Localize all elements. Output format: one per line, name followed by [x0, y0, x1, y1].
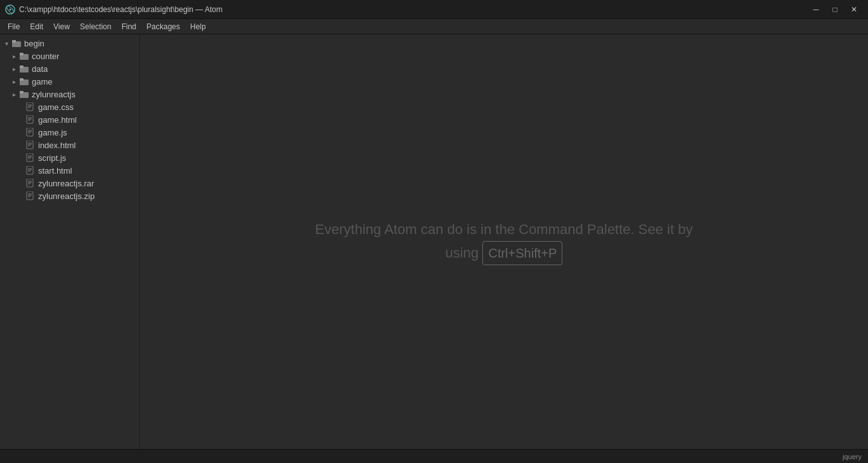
folder-icon: [11, 38, 22, 48]
title-bar: C:\xampp\htdocs\testcodes\reactjs\plural…: [0, 0, 868, 19]
sidebar-item-game-css[interactable]: game.css: [0, 100, 139, 113]
file-icon: [25, 102, 36, 112]
title-text: C:\xampp\htdocs\testcodes\reactjs\plural…: [19, 5, 222, 14]
root-folder-label: begin: [24, 39, 44, 48]
folder-label-game: game: [32, 77, 53, 86]
close-button[interactable]: ✕: [845, 3, 863, 17]
sidebar: ▾ begin ▸ counter ▸: [0, 34, 140, 449]
sidebar-item-game-html[interactable]: game.html: [0, 113, 139, 126]
menu-item-help[interactable]: Help: [185, 21, 211, 32]
sidebar-item-zylunreactjs-zip[interactable]: zylunreactjs.zip: [0, 190, 139, 202]
file-label-game-css: game.css: [38, 102, 74, 112]
sidebar-item-script-js[interactable]: script.js: [0, 151, 139, 164]
welcome-line2: using: [445, 245, 479, 261]
window-controls: ─ □ ✕: [807, 3, 863, 17]
file-icon: [25, 140, 36, 150]
sidebar-item-game[interactable]: ▸ game: [0, 75, 139, 88]
chevron-right-icon: ▸: [10, 65, 18, 73]
folder-icon: [19, 51, 29, 61]
chevron-right-icon: ▸: [10, 52, 18, 60]
file-icon: [25, 178, 36, 188]
chevron-down-icon: ▾: [3, 39, 10, 47]
welcome-line1: Everything Atom can do is in the Command…: [315, 221, 693, 237]
file-label-game-js: game.js: [38, 128, 67, 137]
menu-bar: FileEditViewSelectionFindPackagesHelp: [0, 19, 868, 34]
sidebar-item-index-html[interactable]: index.html: [0, 139, 139, 151]
svg-rect-8: [20, 66, 24, 68]
folder-icon: [19, 64, 29, 74]
sidebar-item-begin[interactable]: ▾ begin: [0, 37, 139, 50]
sidebar-item-game-js[interactable]: game.js: [0, 126, 139, 139]
sidebar-item-zylunreactjs[interactable]: ▸ zylunreactjs: [0, 88, 139, 100]
folder-label-data: data: [32, 64, 48, 74]
menu-item-edit[interactable]: Edit: [25, 21, 48, 32]
menu-item-find[interactable]: Find: [116, 21, 141, 32]
file-icon: [25, 165, 36, 176]
file-label-zylunreactjs-rar: zylunreactjs.rar: [38, 179, 94, 188]
file-label-start-html: start.html: [38, 166, 72, 176]
menu-item-packages[interactable]: Packages: [142, 21, 186, 32]
maximize-button[interactable]: □: [826, 3, 844, 17]
editor-area: Everything Atom can do is in the Command…: [140, 34, 868, 449]
folder-label-zylunreactjs: zylunreactjs: [32, 90, 76, 99]
file-icon: [25, 127, 36, 137]
file-label-index-html: index.html: [38, 141, 76, 150]
svg-rect-10: [20, 78, 24, 81]
title-bar-left: C:\xampp\htdocs\testcodes\reactjs\plural…: [5, 4, 222, 15]
main-layout: ▾ begin ▸ counter ▸: [0, 34, 868, 449]
chevron-right-icon: ▸: [10, 90, 18, 98]
keyboard-shortcut: Ctrl+Shift+P: [482, 241, 562, 265]
menu-item-file[interactable]: File: [3, 21, 25, 32]
atom-icon: [5, 4, 15, 15]
svg-rect-6: [20, 53, 24, 55]
file-label-zylunreactjs-zip: zylunreactjs.zip: [38, 191, 95, 201]
sidebar-item-data[interactable]: ▸ data: [0, 62, 139, 75]
sidebar-item-counter[interactable]: ▸ counter: [0, 50, 139, 62]
status-bar: jquery: [0, 449, 868, 463]
svg-rect-12: [20, 91, 24, 93]
file-icon: [25, 191, 36, 201]
minimize-button[interactable]: ─: [807, 3, 825, 17]
file-icon: [25, 153, 36, 163]
folder-label-counter: counter: [32, 52, 59, 61]
file-icon: [25, 114, 36, 125]
menu-item-selection[interactable]: Selection: [75, 21, 116, 32]
welcome-message: Everything Atom can do is in the Command…: [315, 218, 693, 265]
sidebar-item-zylunreactjs-rar[interactable]: zylunreactjs.rar: [0, 177, 139, 190]
svg-rect-4: [12, 40, 16, 43]
status-bar-text: jquery: [843, 453, 862, 460]
chevron-right-icon: ▸: [10, 78, 18, 85]
file-label-game-html: game.html: [38, 115, 77, 125]
menu-item-view[interactable]: View: [48, 21, 75, 32]
svg-point-2: [10, 8, 11, 10]
file-label-script-js: script.js: [38, 153, 66, 163]
sidebar-item-start-html[interactable]: start.html: [0, 164, 139, 177]
folder-icon: [19, 89, 29, 99]
folder-icon: [19, 76, 29, 86]
